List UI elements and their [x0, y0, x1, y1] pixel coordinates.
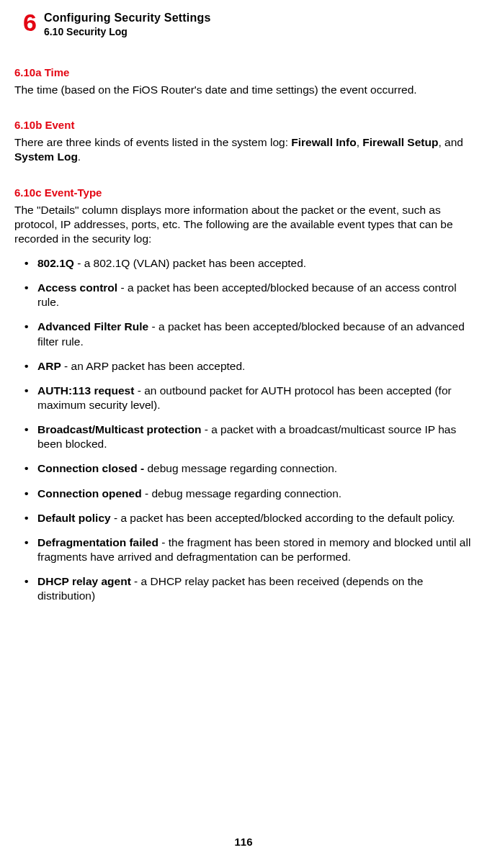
desc: - debug message regarding connection. [142, 487, 341, 499]
content: 6.10a Time The time (based on the FiOS R… [14, 66, 473, 603]
term: Defragmentation failed [37, 536, 158, 548]
chapter-title: Configuring Security Settings [44, 11, 211, 24]
list-item: Access control - a packet has been accep… [24, 281, 473, 309]
term: Connection opened [37, 487, 142, 499]
list-item: Connection opened - debug message regard… [24, 487, 473, 501]
term: Access control [37, 281, 117, 294]
list-item: Broadcast/Multicast protection - a packe… [24, 422, 473, 451]
list-item: Defragmentation failed - the fragment ha… [24, 535, 473, 564]
subsection-heading-event: 6.10b Event [14, 119, 473, 131]
term: Connection closed - [37, 462, 147, 474]
text: . [78, 150, 81, 163]
list-item: Connection closed - debug message regard… [24, 461, 473, 476]
chapter-number: 6 [23, 10, 37, 35]
subsection-heading-time: 6.10a Time [14, 66, 473, 78]
desc: - a 802.1Q (VLAN) packet has been accept… [74, 257, 306, 269]
list-item: DHCP relay agent - a DHCP relay packet h… [24, 574, 473, 603]
header-text: Configuring Security Settings 6.10 Secur… [44, 10, 211, 37]
event-type-list: 802.1Q - a 802.1Q (VLAN) packet has been… [14, 256, 473, 603]
text: , and [438, 136, 463, 148]
page-header: 6 Configuring Security Settings 6.10 Sec… [23, 10, 473, 37]
term: DHCP relay agent [37, 575, 131, 587]
term: 802.1Q [37, 257, 74, 269]
list-item: Default policy - a packet has been accep… [24, 511, 473, 525]
bold-firewall-setup: Firewall Setup [362, 136, 438, 148]
paragraph-time: The time (based on the FiOS Router's dat… [14, 83, 473, 97]
bold-system-log: System Log [14, 150, 78, 163]
term: Broadcast/Multicast protection [37, 423, 201, 435]
list-item: 802.1Q - a 802.1Q (VLAN) packet has been… [24, 256, 473, 271]
list-item: Advanced Filter Rule - a packet has been… [24, 320, 473, 348]
list-item: ARP - an ARP packet has been accepted. [24, 359, 473, 374]
term: AUTH:113 request [37, 384, 134, 397]
desc: - an ARP packet has been accepted. [61, 360, 246, 372]
paragraph-event: There are three kinds of events listed i… [14, 135, 473, 164]
section-title: 6.10 Security Log [44, 26, 211, 37]
term: Advanced Filter Rule [37, 320, 148, 333]
term: Default policy [37, 512, 111, 524]
term: ARP [37, 360, 61, 372]
bold-firewall-info: Firewall Info [291, 136, 356, 148]
subsection-heading-event-type: 6.10c Event-Type [14, 186, 473, 199]
paragraph-event-type: The "Details" column displays more infor… [14, 203, 473, 246]
text: There are three kinds of events listed i… [14, 136, 291, 148]
list-item: AUTH:113 request - an outbound packet fo… [24, 384, 473, 412]
page-number: 116 [0, 836, 487, 848]
desc: - a packet has been accepted/blocked acc… [111, 512, 455, 524]
desc: debug message regarding connection. [147, 462, 337, 474]
